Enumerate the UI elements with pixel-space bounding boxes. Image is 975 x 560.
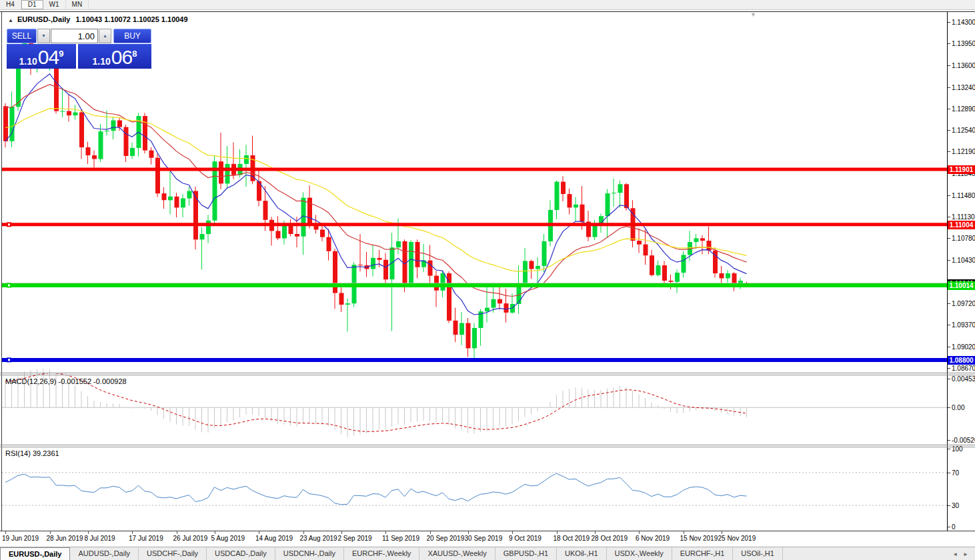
rsi-separator[interactable]	[0, 445, 975, 445]
candle-body	[720, 273, 724, 278]
candle-body	[3, 106, 8, 141]
chart-tab-audusd-daily[interactable]: AUDUSD-,Daily	[70, 547, 139, 560]
hline-price-tag-1.10014: 1.10014	[948, 281, 975, 290]
candle-body	[644, 245, 648, 256]
candle-body	[307, 198, 312, 225]
chart-tab-usdcnh-daily[interactable]: USDCNH-,Daily	[275, 547, 344, 560]
buy-button[interactable]: BUY	[113, 29, 151, 43]
chart-shift-marker-icon[interactable]: ▼	[750, 11, 756, 18]
candle-body	[175, 197, 179, 208]
candle-body	[73, 113, 78, 116]
candle-body	[111, 121, 116, 131]
chart-tab-gbpusd-h1[interactable]: GBPUSD-,H1	[496, 547, 557, 560]
candle-body	[143, 116, 147, 151]
candle-body	[447, 273, 451, 321]
chart-tab-usoil-h1[interactable]: USOil-,H1	[733, 547, 783, 560]
chart-tab-usdcad-daily[interactable]: USDCAD-,Daily	[207, 547, 275, 560]
sell-button[interactable]: SELL	[7, 29, 37, 43]
chart-tab-xauusd-weekly[interactable]: XAUUSD-,Weekly	[419, 547, 495, 560]
candle-body	[682, 255, 686, 273]
candle-body	[568, 194, 572, 207]
volume-increase-button[interactable]: ▲	[99, 29, 111, 43]
moving-average-40	[5, 109, 747, 272]
candle-body	[200, 234, 205, 239]
candle-body	[92, 155, 97, 159]
candle-body	[181, 199, 185, 208]
candle-body	[656, 265, 661, 275]
candle-body	[441, 273, 445, 291]
tab-nav-right-icon[interactable]: ►	[960, 551, 971, 557]
candle-body	[580, 205, 585, 222]
macd-separator-2[interactable]	[0, 375, 975, 375]
chart-symbol-label: EURUSD-,Daily	[17, 15, 70, 23]
candle-body	[244, 155, 249, 164]
buy-price-pip: 8	[132, 49, 137, 58]
rsi-separator-2[interactable]	[0, 447, 975, 447]
candle-body	[561, 182, 566, 194]
candle-body	[593, 225, 598, 237]
chart-window-left-border	[1, 12, 2, 531]
macd-separator[interactable]	[0, 373, 975, 373]
candle-body	[345, 303, 350, 305]
chart-window-top-border	[0, 11, 975, 12]
sell-price-prefix: 1.10	[19, 57, 37, 66]
macd-indicator-label: MACD(12,26,9) -0.001552 -0.000928	[5, 377, 127, 385]
candle-body	[612, 193, 616, 193]
candle-body	[485, 308, 490, 312]
buy-price-big: 06	[111, 49, 132, 66]
chart-tab-usdx-weekly[interactable]: USDX-,Weekly	[607, 547, 672, 560]
chart-tab-eurchf-weekly[interactable]: EURCHF-,Weekly	[344, 547, 419, 560]
chart-tab-ukoil-h1[interactable]: UKOil-,H1	[557, 547, 607, 560]
candle-body	[669, 281, 674, 282]
candle-body	[459, 323, 464, 335]
timeframe-button-d1[interactable]: D1	[21, 0, 43, 9]
tab-nav: ◄►	[950, 547, 975, 560]
candle-body	[289, 225, 293, 234]
candle-body	[694, 238, 699, 242]
candle-body	[492, 299, 496, 308]
candle-body	[409, 242, 413, 285]
timeframe-toolbar: H4D1W1MN	[0, 0, 975, 10]
candle-body	[396, 241, 401, 247]
hline-price-tag-1.08800: 1.08800	[948, 356, 975, 365]
chart-plot-area[interactable]	[0, 0, 975, 560]
buy-price-display[interactable]: 1.10 06 8	[78, 44, 151, 69]
rsi-indicator-label: RSI(14) 39.2361	[5, 449, 59, 457]
candle-body	[675, 273, 680, 282]
volume-input[interactable]	[51, 29, 98, 43]
candle-body	[295, 234, 299, 237]
panel-collapse-arrow[interactable]: ▲	[8, 17, 13, 23]
timeframe-button-h4[interactable]: H4	[0, 0, 21, 9]
timeframe-button-mn[interactable]: MN	[66, 0, 89, 9]
candle-body	[282, 225, 287, 238]
candle-body	[67, 111, 71, 116]
price-axis-border	[947, 12, 948, 531]
candle-body	[606, 193, 610, 216]
candle-body	[707, 241, 712, 251]
chart-tab-eurusd-daily[interactable]: EURUSD-,Daily	[0, 547, 70, 560]
moving-average-8	[5, 74, 747, 315]
candle-body	[187, 191, 192, 199]
tab-nav-left-icon[interactable]: ◄	[950, 551, 960, 557]
chart-tab-eurchf-h1[interactable]: EURCHF-,H1	[672, 547, 734, 560]
candle-body	[206, 221, 211, 234]
mt4-terminal: { "toolbar": { "timeframes": [ {"label":…	[0, 0, 975, 560]
line-drag-handle-dot	[8, 285, 10, 287]
candle-body	[10, 107, 15, 141]
candle-body	[371, 258, 375, 269]
one-click-trading-panel: SELL ▼ ▲ BUY 1.10 04 9 1.10 06 8	[7, 29, 151, 69]
sell-price-display[interactable]: 1.10 04 9	[7, 44, 76, 69]
candle-body	[453, 321, 458, 335]
volume-decrease-button[interactable]: ▼	[37, 29, 50, 43]
buy-price-prefix: 1.10	[93, 57, 111, 66]
candle-body	[61, 111, 65, 112]
candle-body	[472, 328, 477, 348]
timeframe-button-w1[interactable]: W1	[43, 0, 66, 9]
candle-body	[86, 147, 91, 155]
candle-body	[530, 261, 534, 269]
chart-tab-usdchf-daily[interactable]: USDCHF-,Daily	[139, 547, 207, 560]
candle-body	[523, 261, 528, 283]
candle-body	[498, 299, 502, 304]
candle-body	[624, 184, 629, 208]
rsi-line	[5, 473, 747, 505]
